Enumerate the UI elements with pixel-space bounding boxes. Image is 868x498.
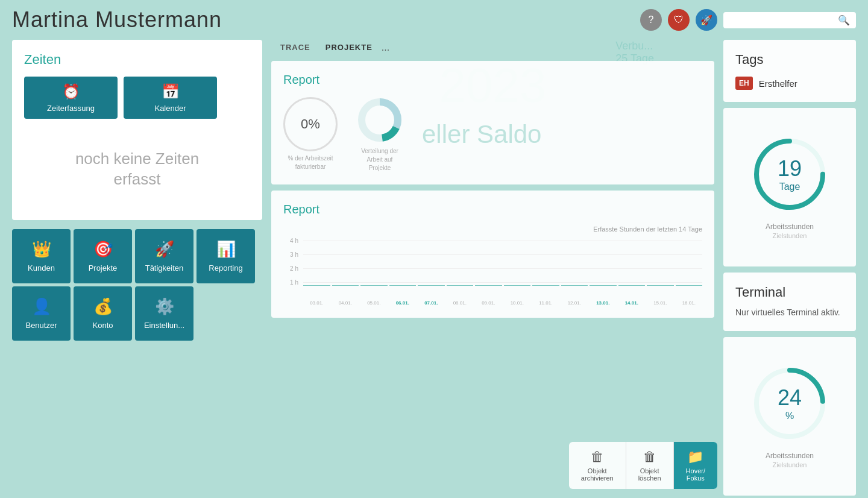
crown-icon: 👑 — [32, 240, 51, 259]
action-archivieren-button[interactable]: 🗑 Objektarchivieren — [569, 442, 626, 489]
search-input[interactable] — [729, 15, 838, 25]
zeiterfassung-button[interactable]: ⏰ Zeiterfassung — [24, 77, 118, 119]
bar-item — [532, 285, 559, 286]
nav-tiles: 👑 Kunden 🎯 Projekte 🚀 Tätigkeiten 📊 Repo… — [12, 229, 262, 341]
folder-icon: 📁 — [687, 449, 703, 465]
bar-chart-area: Erfasste Stunden der letzten 14 Tage 4 h… — [283, 225, 702, 306]
kalender-button[interactable]: 📅 Kalender — [124, 77, 217, 119]
nav-tile-taetigkeiten[interactable]: 🚀 Tätigkeiten — [135, 229, 193, 283]
search-box: 🔍 — [723, 12, 856, 28]
page-title: Martina Mustermann — [12, 7, 222, 33]
bar-chart-dates: 03.01. 04.01. 05.01. 06.01. 07.01. 08.01… — [303, 300, 702, 306]
tab-trace[interactable]: TRACE — [274, 40, 316, 55]
nav-tile-benutzer[interactable]: 👤 Benutzer — [12, 286, 71, 341]
calendar-icon: 📅 — [162, 83, 180, 100]
main-container: Zeiten ⏰ Zeiterfassung 📅 Kalender noch k… — [0, 40, 868, 496]
zeiten-buttons: ⏰ Zeiterfassung 📅 Kalender — [24, 77, 250, 119]
percent-circle: 0% — [283, 97, 338, 151]
bottom-action-bar: 🗑 Objektarchivieren 🗑 Objektlöschen 📁 Ho… — [569, 442, 717, 489]
rocket-nav-icon: 🚀 — [155, 240, 174, 259]
tag-badge-eh: EH — [735, 77, 753, 90]
tag-name-ersthelfer: Ersthelfer — [759, 78, 797, 89]
report-bottom-card: Report Erfasste Stunden der letzten 14 T… — [271, 191, 714, 318]
header: Martina Mustermann ? 🛡 🚀 🔍 — [0, 0, 868, 40]
chart-icon: 📊 — [216, 240, 236, 259]
clock-icon: ⏰ — [62, 83, 80, 100]
report-bottom-title: Report — [283, 203, 702, 216]
circle-bottom-label: Arbeitsstunden — [766, 452, 814, 460]
circle-top-wrap: 19 Tage — [750, 135, 829, 213]
donut-label: Verteilung derArbeit aufProjekte — [361, 147, 398, 172]
zeiten-empty-text: noch keine Zeitenerfasst — [24, 137, 250, 208]
nav-tile-projekte[interactable]: 🎯 Projekte — [74, 229, 132, 283]
bar-chart-bars — [303, 238, 702, 286]
target-icon: 🎯 — [93, 240, 113, 259]
zeiten-card: Zeiten ⏰ Zeiterfassung 📅 Kalender noch k… — [12, 40, 262, 220]
header-actions: ? 🛡 🚀 🔍 — [640, 9, 856, 31]
percent-label: % der Arbeitszeitfakturierbar — [288, 154, 333, 171]
bar-item — [676, 285, 703, 286]
tab-bar: TRACE PROJEKTE ... — [271, 40, 714, 55]
money-icon: 💰 — [93, 297, 113, 316]
bar-item — [618, 285, 646, 286]
terminal-title: Terminal — [735, 285, 844, 300]
saldo-bg-text: eller Saldo — [422, 120, 541, 149]
nav-tile-einstellungen[interactable]: ⚙️ Einstellun... — [135, 286, 193, 341]
bar-item — [561, 285, 588, 286]
bar-item — [475, 285, 502, 286]
bar-chart-container: 4 h 3 h 2 h 1 h — [283, 238, 702, 298]
delete-icon: 🗑 — [643, 449, 656, 465]
bar-item — [360, 285, 388, 286]
circle-bottom-sublabel: Zielstunden — [773, 461, 807, 468]
tab-projekte[interactable]: PROJEKTE — [319, 40, 379, 55]
circle-bottom-container: 24 % Arbeitsstunden Zielstunden — [723, 337, 856, 496]
help-button[interactable]: ? — [640, 9, 662, 31]
circle-top-sublabel: Zielstunden — [773, 232, 807, 239]
report-top-content: 0% % der Arbeitszeitfakturierbar Verteil… — [283, 96, 702, 172]
nav-tile-kunden[interactable]: 👑 Kunden — [12, 229, 71, 283]
right-panel: Tags EH Ersthelfer 19 Tage Arbeitsstunde… — [723, 40, 856, 496]
bar-item — [647, 285, 674, 286]
user-icon: 👤 — [32, 297, 51, 316]
bar-item — [504, 285, 531, 286]
action-loeschen-button[interactable]: 🗑 Objektlöschen — [626, 442, 674, 489]
bar-item — [447, 285, 474, 286]
search-button[interactable]: 🔍 — [838, 14, 850, 26]
bar-item — [332, 285, 359, 286]
tag-item: EH Ersthelfer — [735, 77, 844, 90]
circle-top-container: 19 Tage Arbeitsstunden Zielstunden — [723, 108, 856, 266]
tags-card: Tags EH Ersthelfer — [723, 40, 856, 102]
tags-title: Tags — [735, 52, 844, 68]
circle-top-text: 19 Tage — [778, 156, 802, 192]
rocket-button[interactable]: 🚀 — [696, 9, 717, 31]
circle-bottom-wrap: 24 % — [750, 364, 829, 443]
donut-chart — [356, 96, 404, 144]
nav-tile-reporting[interactable]: 📊 Reporting — [197, 229, 255, 283]
gear-icon: ⚙️ — [155, 297, 174, 316]
left-panel: Zeiten ⏰ Zeiterfassung 📅 Kalender noch k… — [12, 40, 262, 496]
bar-chart-subtitle: Erfasste Stunden der letzten 14 Tage — [283, 225, 702, 233]
tab-more-button[interactable]: ... — [382, 42, 389, 53]
nav-tile-konto[interactable]: 💰 Konto — [74, 286, 132, 341]
middle-panel: 2023 Verbu... 25 Tage TRACE PROJEKTE ...… — [271, 40, 714, 496]
report-top-card: Report 0% % der Arbeitszeitfakturierbar — [271, 61, 714, 184]
terminal-text: Nur virtuelles Terminal aktiv. — [735, 306, 844, 319]
circle-bottom-text: 24 % — [778, 385, 802, 421]
zeiten-title: Zeiten — [24, 52, 250, 68]
report-top-title: Report — [283, 73, 702, 87]
terminal-card: Terminal Nur virtuelles Terminal aktiv. — [723, 273, 856, 331]
circle-top-label: Arbeitsstunden — [766, 222, 814, 231]
bar-item — [389, 285, 417, 286]
archive-icon: 🗑 — [591, 449, 604, 465]
bar-item — [418, 285, 445, 286]
bar-item — [303, 285, 330, 286]
shield-button[interactable]: 🛡 — [668, 9, 690, 31]
action-hover-button[interactable]: 📁 Hover/Fokus — [674, 442, 717, 489]
bar-item — [590, 285, 617, 286]
